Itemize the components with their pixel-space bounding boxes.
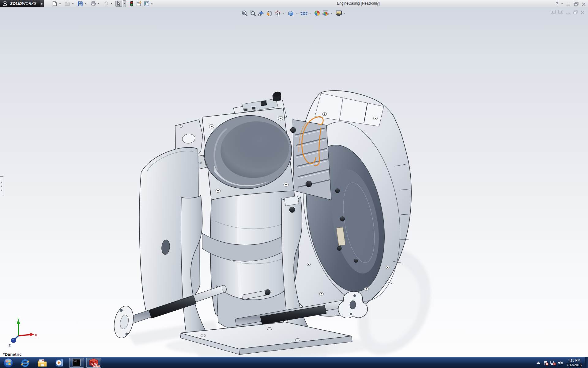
view-settings-icon — [335, 10, 342, 16]
taskbar-solidworks[interactable]: S W 2015 — [86, 358, 101, 368]
new-document-dropdown[interactable] — [58, 1, 62, 7]
sw-letter-s: S — [91, 362, 93, 366]
file-properties-button[interactable] — [136, 1, 142, 7]
display-style-button[interactable] — [287, 10, 295, 17]
network-status-icon[interactable] — [549, 357, 557, 368]
print-dropdown[interactable] — [97, 1, 100, 7]
hide-show-items-icon — [300, 10, 308, 16]
toggle-right-pane-button[interactable] — [558, 10, 563, 14]
windows-taskbar: C:\_ S W 2015 — [0, 357, 588, 368]
show-hidden-icons-arrow — [536, 361, 541, 364]
zoom-to-fit-button[interactable] — [241, 10, 248, 17]
toggle-left-pane-button[interactable] — [551, 10, 556, 14]
help-dropdown[interactable] — [561, 3, 563, 4]
section-view-button[interactable] — [266, 10, 273, 17]
rebuild-button[interactable] — [128, 1, 135, 7]
close-button[interactable] — [582, 2, 586, 6]
zoom-to-area-icon — [250, 10, 256, 17]
collapse-arrow-icon — [1, 185, 2, 187]
taskbar-internet-explorer[interactable] — [17, 357, 34, 368]
engine-casing-model[interactable] — [110, 89, 435, 357]
view-orientation-dropdown[interactable] — [282, 10, 285, 17]
triad-y-label: Y — [17, 317, 20, 321]
triad-x-label: X — [35, 333, 37, 337]
volume-icon[interactable] — [557, 357, 564, 368]
zoom-to-fit-icon — [241, 10, 248, 17]
open-folder-icon — [65, 1, 70, 6]
print-icon — [91, 1, 96, 6]
open-dropdown[interactable] — [71, 1, 74, 7]
document-window-controls — [551, 10, 585, 14]
internet-explorer-icon — [21, 358, 30, 367]
options-checklist-icon — [144, 1, 149, 6]
clock-time: 4:13 PM — [567, 358, 582, 363]
doc-close-button[interactable] — [580, 10, 585, 14]
zoom-to-area-button[interactable] — [249, 10, 257, 17]
taskbar-command-prompt[interactable]: C:\_ — [69, 358, 84, 368]
standard-toolbar — [51, 0, 155, 7]
action-center-flag-icon — [543, 360, 548, 366]
display-style-dropdown[interactable] — [296, 10, 298, 17]
titlebar-window-controls: ? — [556, 0, 586, 7]
section-view-icon — [266, 10, 273, 17]
solidworks-2015-icon: S W 2015 — [89, 358, 99, 367]
doc-restore-button[interactable] — [573, 10, 578, 14]
select-tool-button[interactable] — [115, 1, 122, 7]
network-disconnected-icon — [550, 360, 556, 366]
collapsed-featuremanager-tab[interactable] — [0, 176, 3, 196]
engine-casing-render — [110, 89, 435, 357]
solidworks-logo-icon — [2, 1, 9, 6]
solidworks-logo: SOLIDWORKS — [0, 0, 40, 7]
taskbar-media-player[interactable] — [51, 357, 68, 368]
hide-show-items-button[interactable] — [300, 10, 308, 17]
undo-dropdown[interactable] — [110, 1, 113, 7]
options-dropdown[interactable] — [150, 1, 153, 7]
open-button[interactable] — [64, 1, 71, 7]
reference-triad: Y X Z — [4, 317, 37, 349]
command-prompt-icon: C:\_ — [73, 359, 81, 366]
undo-arrow-icon — [104, 1, 109, 6]
titlebar: SOLIDWORKS — [0, 0, 588, 7]
save-dropdown[interactable] — [84, 1, 87, 7]
save-floppy-icon — [78, 1, 83, 6]
taskbar-clock[interactable]: 4:13 PM 7/13/2015 — [564, 358, 585, 367]
doc-minimize-button[interactable] — [566, 10, 570, 14]
graphics-area[interactable]: Y X Z *Dimetric — [0, 7, 588, 357]
collapse-arrow-icon — [1, 189, 2, 191]
new-document-button[interactable] — [51, 1, 58, 7]
help-button[interactable]: ? — [556, 2, 558, 6]
hidden-icons-button[interactable] — [535, 357, 542, 368]
previous-view-icon — [258, 10, 265, 16]
select-tool-dropdown[interactable] — [123, 0, 126, 7]
options-button[interactable] — [143, 1, 150, 7]
new-document-icon — [52, 1, 57, 6]
view-settings-dropdown[interactable] — [343, 10, 346, 17]
edit-appearance-icon — [314, 10, 320, 16]
apply-scene-dropdown[interactable] — [330, 10, 333, 17]
taskbar-windows-explorer[interactable] — [34, 357, 51, 368]
view-orientation-button[interactable] — [274, 10, 281, 17]
view-orientation-icon — [274, 10, 281, 17]
triad-z-label: Z — [9, 344, 11, 347]
solidworks-logo-text: SOLIDWORKS — [10, 2, 36, 6]
menu-expand-arrow[interactable] — [40, 0, 44, 7]
minimize-button[interactable] — [566, 2, 571, 6]
action-center-icon[interactable] — [542, 357, 549, 368]
clock-date: 7/13/2015 — [567, 363, 582, 367]
save-button[interactable] — [77, 1, 84, 7]
start-button[interactable] — [0, 357, 17, 368]
undo-button[interactable] — [103, 1, 109, 7]
windows-start-icon — [3, 358, 13, 368]
show-desktop-button[interactable] — [585, 357, 588, 368]
orientation-label: *Dimetric — [3, 352, 22, 357]
previous-view-button[interactable] — [258, 10, 265, 17]
document-title: EngineCasing [Read-only] — [337, 1, 379, 6]
edit-appearance-button[interactable] — [314, 10, 321, 17]
apply-scene-button[interactable] — [322, 10, 329, 17]
print-button[interactable] — [90, 1, 96, 7]
solidworks-window: SOLIDWORKS — [0, 0, 588, 368]
view-settings-button[interactable] — [335, 10, 342, 17]
speaker-icon — [558, 360, 563, 365]
restore-button[interactable] — [574, 2, 579, 6]
hide-show-items-dropdown[interactable] — [309, 10, 311, 17]
